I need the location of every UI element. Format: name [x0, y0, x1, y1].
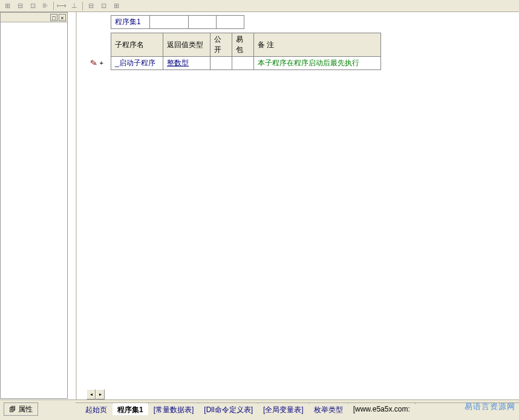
toolbar-separator-2: [82, 2, 83, 10]
toolbar-btn-6[interactable]: ⊥: [68, 1, 80, 11]
close-icon[interactable]: ×: [59, 14, 66, 21]
tab-dll-cmds[interactable]: [Dll命令定义表]: [199, 403, 258, 415]
code-editor: 程序集1 子程序名 返回值类型 公开 易包 备 注 _启动子程序 整数型 本子程…: [76, 12, 519, 399]
properties-button[interactable]: 🗐 属性: [4, 402, 38, 416]
tab-assembly[interactable]: 程序集1: [113, 403, 149, 415]
col-name[interactable]: 子程序名: [111, 33, 163, 57]
module-row[interactable]: 程序集1: [111, 16, 244, 29]
tab-constants[interactable]: [常量数据表]: [149, 403, 200, 415]
sub-public-cell[interactable]: [211, 57, 232, 70]
tab-enum[interactable]: 枚举类型: [309, 403, 348, 415]
properties-label: 属性: [18, 404, 33, 415]
toolbar-btn-3[interactable]: ⊡: [27, 1, 39, 11]
module-cell-2[interactable]: [150, 16, 189, 29]
pen-icon[interactable]: ✎: [89, 57, 98, 68]
sub-return-cell[interactable]: 整数型: [163, 57, 211, 70]
gutter-row: ✎ +: [77, 58, 107, 68]
toolbar-btn-5[interactable]: ⟼: [56, 1, 68, 11]
toolbar-btn-7[interactable]: ⊟: [85, 1, 97, 11]
scroll-left-btn[interactable]: ◂: [86, 389, 96, 399]
module-cell-4[interactable]: [217, 16, 244, 29]
sub-header-row: 子程序名 返回值类型 公开 易包 备 注: [111, 33, 381, 57]
sub-remark-cell[interactable]: 本子程序在程序启动后最先执行: [254, 57, 381, 70]
toolbar-btn-9[interactable]: ⊞: [110, 1, 122, 11]
tab-website[interactable]: [www.e5a5x.com:: [348, 403, 416, 415]
module-name-cell[interactable]: 程序集1: [111, 16, 150, 29]
left-panel-header: □ ×: [1, 13, 67, 22]
module-table: 程序集1: [111, 15, 244, 29]
col-public[interactable]: 公开: [211, 33, 232, 57]
sub-name-cell[interactable]: _启动子程序: [111, 57, 163, 70]
module-cell-3[interactable]: [189, 16, 217, 29]
sub-data-row[interactable]: _启动子程序 整数型 本子程序在程序启动后最先执行: [111, 57, 381, 70]
editor-content: 程序集1 子程序名 返回值类型 公开 易包 备 注 _启动子程序 整数型 本子程…: [111, 12, 519, 70]
properties-icon: 🗐: [9, 405, 16, 413]
expand-plus-icon[interactable]: +: [100, 59, 103, 66]
left-panel: □ ×: [0, 12, 68, 399]
toolbar-btn-2[interactable]: ⊟: [14, 1, 26, 11]
scroll-right-btn[interactable]: ▸: [96, 389, 105, 399]
toolbar-btn-4[interactable]: ⊪: [39, 1, 51, 11]
horizontal-scroll: ◂ ▸: [86, 389, 105, 399]
watermark-text: 易语言资源网: [465, 401, 515, 412]
col-return-type[interactable]: 返回值类型: [163, 33, 211, 57]
tab-globals[interactable]: [全局变量表]: [258, 403, 309, 415]
col-remark[interactable]: 备 注: [254, 33, 381, 57]
subroutine-table: 子程序名 返回值类型 公开 易包 备 注 _启动子程序 整数型 本子程序在程序启…: [111, 33, 381, 70]
editor-gutter: ✎ +: [77, 12, 107, 399]
bottom-tabs: 起始页 程序集1 [常量数据表] [Dll命令定义表] [全局变量表] 枚举类型…: [76, 402, 519, 416]
toolbar-btn-8[interactable]: ⊡: [97, 1, 109, 11]
toolbar-separator: [53, 2, 54, 10]
dock-icon[interactable]: □: [50, 14, 57, 21]
top-toolbar: ⊞ ⊟ ⊡ ⊪ ⟼ ⊥ ⊟ ⊡ ⊞: [0, 0, 519, 12]
toolbar-btn-1[interactable]: ⊞: [1, 1, 13, 11]
sub-easypkg-cell[interactable]: [232, 57, 254, 70]
col-easy-pkg[interactable]: 易包: [232, 33, 254, 57]
